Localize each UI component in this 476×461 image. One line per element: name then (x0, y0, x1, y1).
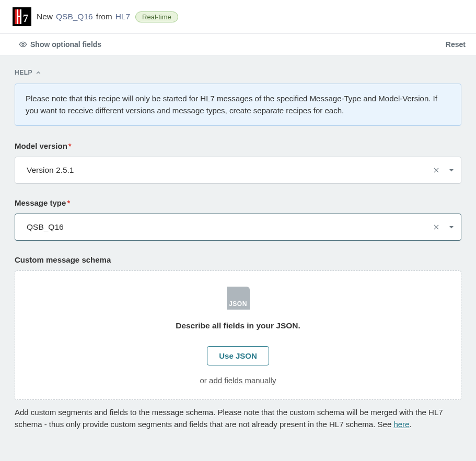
custom-schema-field: Custom message schema JSON Describe all … (15, 255, 461, 431)
help-label-text: HELP (15, 69, 32, 76)
reset-button[interactable]: Reset (446, 40, 466, 49)
schema-help-link[interactable]: here (393, 420, 409, 429)
custom-schema-dropzone[interactable]: JSON Describe all fields in your JSON. U… (15, 270, 461, 400)
add-fields-manually-link[interactable]: add fields manually (209, 376, 276, 385)
hl7-logo: 7 (13, 7, 31, 26)
message-type-value: QSB_Q16 (27, 222, 64, 232)
svg-marker-12 (449, 226, 454, 229)
help-section-toggle[interactable]: HELP (15, 69, 461, 76)
svg-point-6 (22, 43, 24, 45)
schema-describe-text: Describe all fields in your JSON. (176, 321, 300, 330)
custom-schema-note: Add custom segments and fields to the me… (15, 406, 461, 431)
custom-schema-label: Custom message schema (15, 255, 461, 264)
chevron-down-icon[interactable] (448, 167, 455, 173)
header-title: New QSB_Q16 from HL7 Real-time (37, 11, 178, 22)
message-type-field: Message type* QSB_Q16 (15, 198, 461, 241)
chevron-down-icon[interactable] (448, 224, 455, 230)
show-optional-fields-toggle[interactable]: Show optional fields (19, 40, 101, 49)
page-header: 7 New QSB_Q16 from HL7 Real-time (0, 0, 476, 34)
json-file-icon: JSON (227, 287, 250, 310)
realtime-badge: Real-time (135, 11, 178, 22)
note-suffix: . (409, 420, 411, 429)
json-badge-text: JSON (229, 300, 247, 308)
new-label: New (37, 12, 53, 21)
note-prefix: Add custom segments and fields to the me… (15, 408, 443, 429)
or-line: or add fields manually (200, 376, 276, 385)
select-actions (433, 167, 455, 174)
help-info-box: Please note that this recipe will only b… (15, 84, 461, 126)
svg-marker-9 (449, 169, 454, 172)
model-version-label: Model version* (15, 141, 461, 150)
required-indicator: * (68, 141, 72, 150)
model-version-value: Version 2.5.1 (27, 166, 74, 175)
model-version-select[interactable]: Version 2.5.1 (15, 157, 461, 184)
help-text: Please note that this recipe will only b… (26, 94, 437, 115)
content-area: HELP Please note that this recipe will o… (0, 55, 476, 461)
required-indicator: * (67, 198, 70, 207)
message-type-label-text: Message type (15, 198, 66, 207)
svg-rect-3 (17, 16, 21, 17)
recipe-name-link[interactable]: QSB_Q16 (56, 12, 93, 21)
chevron-up-icon (36, 70, 41, 76)
message-type-label: Message type* (15, 198, 461, 207)
message-type-select[interactable]: QSB_Q16 (15, 214, 461, 241)
app-name-link[interactable]: HL7 (115, 12, 130, 21)
use-json-button[interactable]: Use JSON (207, 346, 269, 365)
from-label: from (96, 12, 112, 21)
eye-icon (19, 40, 27, 49)
or-text: or (200, 376, 210, 385)
select-actions (433, 223, 455, 231)
show-optional-label: Show optional fields (30, 40, 101, 49)
svg-text:7: 7 (23, 13, 28, 24)
toolbar: Show optional fields Reset (0, 34, 476, 55)
model-version-label-text: Model version (15, 141, 67, 150)
clear-icon[interactable] (433, 223, 440, 231)
model-version-field: Model version* Version 2.5.1 (15, 141, 461, 184)
clear-icon[interactable] (433, 167, 440, 174)
